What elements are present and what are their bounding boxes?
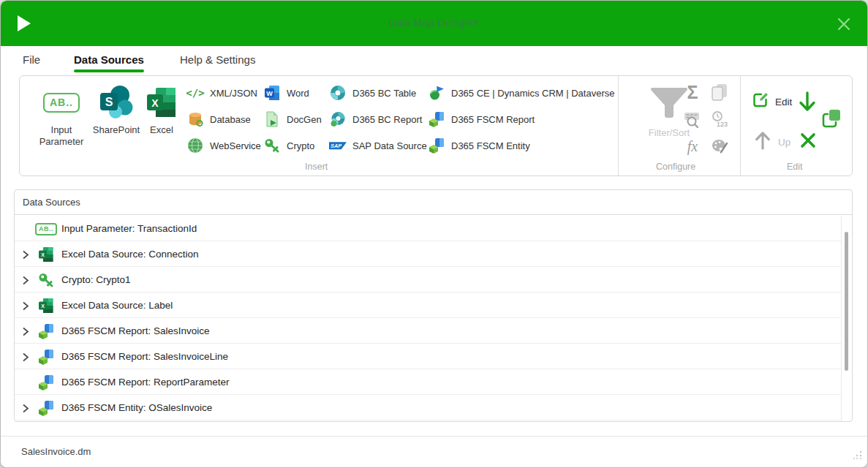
word-icon: W xyxy=(263,84,281,102)
ribbon: AB.. Input Parameter S SharePoint xyxy=(19,75,853,176)
ribbon-d365-fscm-report-button[interactable]: D365 FSCM Report xyxy=(428,110,535,129)
ribbon-d365-fscm-entity-button[interactable]: D365 FSCM Entity xyxy=(428,136,530,155)
d365-fscm-icon xyxy=(428,110,445,128)
sharepoint-icon: S xyxy=(99,83,134,121)
edit-button[interactable]: Edit xyxy=(752,92,792,111)
app-window: Data Map Designer File Data Sources Help… xyxy=(0,0,868,468)
input-parameter-icon: AB.. xyxy=(37,220,55,238)
tab-file[interactable]: File xyxy=(23,53,40,66)
list-item-fscm-entity-osalesinvoice[interactable]: D365 FSCM Entity: OSalesInvoice xyxy=(15,395,841,420)
database-icon xyxy=(186,110,204,128)
ribbon-d365-ce-button[interactable]: D365 CE | Dynamics CRM | Dataverse xyxy=(428,83,614,102)
group-separator xyxy=(740,76,741,176)
ribbon-sap-button[interactable]: SAP SAP Data Source xyxy=(329,136,427,155)
ribbon-word-button[interactable]: W Word xyxy=(263,83,309,102)
ribbon-d365-bc-table-button[interactable]: D365 BC Table xyxy=(329,83,416,102)
d365-fscm-icon xyxy=(37,399,55,417)
ribbon-crypto-button[interactable]: Crypto xyxy=(263,136,314,155)
d365-fscm-icon xyxy=(37,322,55,340)
current-file-name: SalesInvoice.dm xyxy=(21,446,91,457)
ribbon-excel-button[interactable]: X Excel xyxy=(143,83,181,136)
panel-header: Data Sources xyxy=(15,190,852,215)
duplicate-button[interactable] xyxy=(821,108,842,129)
ribbon-webservice-button[interactable]: WebService xyxy=(186,136,261,155)
resize-grip[interactable] xyxy=(853,449,862,462)
svg-text:SAP: SAP xyxy=(331,143,341,149)
excel-icon: X xyxy=(37,246,55,263)
ribbon-docgen-button[interactable]: DocGen xyxy=(263,110,322,129)
data-source-list: AB.. Input Parameter: TransactionId X xyxy=(15,216,842,420)
webservice-globe-icon xyxy=(186,137,204,154)
group-separator xyxy=(618,76,619,176)
d365-ce-icon xyxy=(428,84,445,102)
list-item-excel-label[interactable]: X Excel Data Source: Label xyxy=(15,292,841,318)
tab-data-sources[interactable]: Data Sources xyxy=(74,53,144,66)
key-icon xyxy=(263,137,281,154)
list-item-fscm-reportparameter[interactable]: D365 FSCM Report: ReportParameter xyxy=(15,369,841,395)
scrollbar-thumb[interactable] xyxy=(845,232,848,371)
chevron-right-icon[interactable] xyxy=(22,301,29,314)
chevron-right-icon[interactable] xyxy=(22,275,29,288)
copy-pages-icon[interactable] xyxy=(708,80,731,104)
excel-icon: X xyxy=(37,297,55,314)
svg-text:S: S xyxy=(105,96,113,108)
move-down-button[interactable] xyxy=(798,91,817,113)
window-title: Data Map Designer xyxy=(1,17,867,29)
delete-button[interactable] xyxy=(799,132,817,149)
chevron-right-icon[interactable] xyxy=(22,326,29,339)
number-format-clock-icon[interactable]: 123 xyxy=(708,108,731,132)
chevron-right-icon[interactable] xyxy=(22,403,29,416)
excel-icon: X xyxy=(146,83,178,121)
list-item-input-parameter[interactable]: AB.. Input Parameter: TransactionId xyxy=(15,216,841,241)
list-item-excel-connection[interactable]: X Excel Data Source: Connection xyxy=(15,241,841,267)
d365-fscm-icon xyxy=(37,348,55,366)
ribbon-input-parameter-button[interactable]: AB.. Input Parameter xyxy=(33,83,90,148)
key-icon xyxy=(37,271,55,289)
d365-fscm-icon xyxy=(428,137,445,154)
input-parameter-icon: AB.. xyxy=(43,83,80,121)
data-sources-panel: Data Sources AB.. Input Parameter: Trans… xyxy=(14,189,853,422)
docgen-icon xyxy=(263,110,281,128)
edit-pencil-icon xyxy=(752,92,769,111)
ribbon-d365-bc-report-button[interactable]: D365 BC Report xyxy=(329,110,422,129)
configure-group-label: Configure xyxy=(656,162,695,172)
svg-text:W: W xyxy=(266,90,273,97)
ribbon-xml-json-button[interactable]: </> XML/JSON xyxy=(186,83,257,102)
d365-fscm-icon xyxy=(37,374,55,391)
search-values-icon[interactable] xyxy=(681,108,704,132)
move-up-button[interactable]: Up xyxy=(754,130,790,154)
svg-text:X: X xyxy=(41,303,45,309)
ribbon-sharepoint-button[interactable]: S SharePoint xyxy=(93,83,140,136)
status-bar: SalesInvoice.dm xyxy=(1,436,867,467)
ribbon-database-button[interactable]: Database xyxy=(186,110,251,129)
list-item-fscm-salesinvoiceline[interactable]: D365 FSCM Report: SalesInvoiceLine xyxy=(15,344,841,369)
d365-bc-icon xyxy=(329,84,347,102)
chevron-right-icon[interactable] xyxy=(22,352,29,365)
d365-bc-gear-icon xyxy=(329,110,347,128)
formula-fx-icon[interactable]: fx xyxy=(681,135,704,158)
sap-icon: SAP xyxy=(329,137,347,154)
arrow-down-icon xyxy=(798,91,817,113)
delete-x-icon xyxy=(799,132,817,149)
menu-bar: File Data Sources Help & Settings xyxy=(1,46,867,75)
tab-help-settings[interactable]: Help & Settings xyxy=(180,53,255,66)
aggregate-sigma-icon[interactable]: Σ xyxy=(681,80,704,104)
edit-group-label: Edit xyxy=(787,162,803,172)
svg-text:X: X xyxy=(151,97,159,109)
insert-group-label: Insert xyxy=(305,162,328,172)
svg-text:X: X xyxy=(41,252,45,257)
close-icon[interactable] xyxy=(835,15,853,33)
xml-json-icon: </> xyxy=(186,84,204,102)
title-bar: Data Map Designer xyxy=(1,1,867,46)
chevron-right-icon[interactable] xyxy=(22,249,29,263)
list-item-crypto[interactable]: Crypto: Crypto1 xyxy=(15,267,841,292)
style-palette-icon[interactable] xyxy=(708,135,731,158)
arrow-up-icon xyxy=(754,130,771,154)
duplicate-icon xyxy=(821,108,842,129)
list-item-fscm-salesinvoice[interactable]: D365 FSCM Report: SalesInvoice xyxy=(15,318,841,344)
